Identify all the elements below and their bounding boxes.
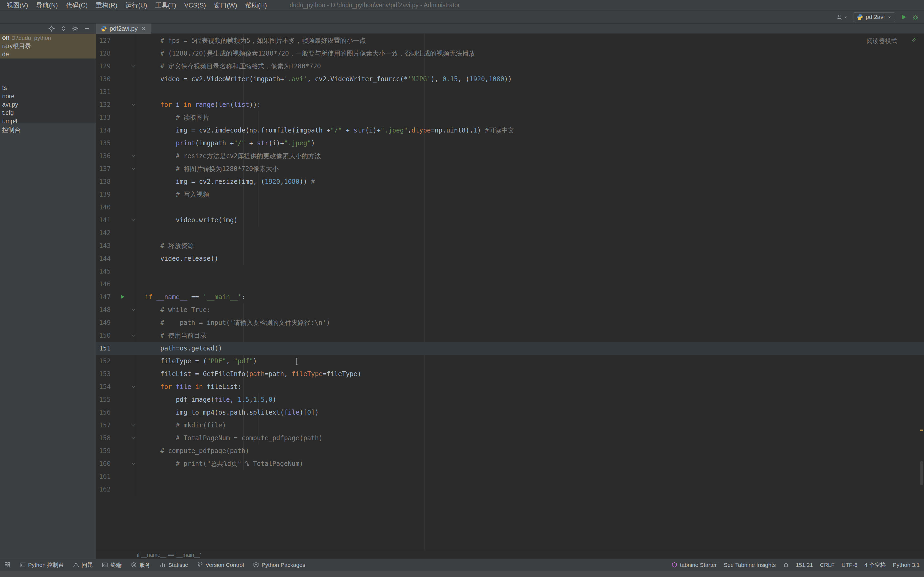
scrollbar-thumb[interactable] xyxy=(920,461,923,485)
menu-item-3[interactable]: 重构(R) xyxy=(92,2,121,9)
status-tabnine[interactable]: tabnine Starter xyxy=(671,562,717,568)
status-services[interactable]: 服务 xyxy=(131,561,150,569)
locate-icon-button[interactable] xyxy=(48,25,55,32)
debug-button[interactable] xyxy=(912,14,919,20)
code-line-131[interactable]: 131 xyxy=(96,85,924,98)
gutter: 153 xyxy=(96,367,135,380)
code-line-148[interactable]: 148 # while True: xyxy=(96,303,924,316)
close-tab-icon[interactable] xyxy=(141,25,147,32)
tree-item[interactable]: rary根目录 xyxy=(0,42,96,50)
code-line-142[interactable]: 142 xyxy=(96,227,924,239)
tree-item[interactable]: 控制台 xyxy=(0,126,96,134)
tree-item[interactable]: t.cfg xyxy=(0,109,96,117)
project-root-item[interactable]: on D:\dudu_python xyxy=(0,34,96,42)
code-line-161[interactable]: 161 xyxy=(96,470,924,483)
code-line-147[interactable]: 147if __name__ == '__main__': xyxy=(96,291,924,303)
code-line-150[interactable]: 150 # 使用当前目录 xyxy=(96,329,924,342)
code-line-130[interactable]: 130 video = cv2.VideoWriter(imgpath+'.av… xyxy=(96,73,924,85)
gutter-mark-icon[interactable] xyxy=(132,218,135,221)
menu-item-0[interactable]: 视图(V) xyxy=(3,2,32,9)
code-line-153[interactable]: 153 fileList = GetFileInfo(path=path, fi… xyxy=(96,367,924,380)
run-line-icon[interactable] xyxy=(120,294,125,300)
code-line-151[interactable]: 151 path=os.getcwd() xyxy=(96,342,924,355)
editor-tab-pdf2avi[interactable]: pdf2avi.py xyxy=(96,24,151,34)
breadcrumb[interactable]: if __name__ == '__main__' xyxy=(96,551,924,559)
scrollbar-warning-mark[interactable] xyxy=(920,430,923,431)
status-terminal[interactable]: 终端 xyxy=(102,561,122,569)
menu-item-4[interactable]: 运行(U) xyxy=(121,2,151,9)
code-line-158[interactable]: 158 # TotalPageNum = compute_pdfpage(pat… xyxy=(96,432,924,445)
gutter-icons xyxy=(111,380,135,393)
status-problems[interactable]: 问题 xyxy=(73,561,93,569)
status-tool-windows[interactable] xyxy=(4,562,10,568)
status-statistic[interactable]: Statistic xyxy=(160,562,188,568)
code-line-136[interactable]: 136 # resize方法是cv2库提供的更改像素大小的方法 xyxy=(96,150,924,163)
code-line-143[interactable]: 143 # 释放资源 xyxy=(96,239,924,252)
code-line-157[interactable]: 157 # mkdir(file) xyxy=(96,419,924,432)
code-line-135[interactable]: 135 print(imgpath +"/" + str(i)+".jpeg") xyxy=(96,137,924,150)
gutter-mark-icon[interactable] xyxy=(132,153,135,157)
status-encoding[interactable]: UTF-8 xyxy=(842,562,858,568)
gutter-mark-icon[interactable] xyxy=(132,333,135,337)
code-line-155[interactable]: 155 pdf_image(file, 1.5,1.5,0) xyxy=(96,393,924,406)
pencil-icon[interactable] xyxy=(911,37,917,43)
code-line-133[interactable]: 133 # 读取图片 xyxy=(96,111,924,124)
tree-item[interactable]: t.mp4 xyxy=(0,117,96,125)
status-caret-position[interactable]: 151:21 xyxy=(796,562,813,568)
run-button[interactable] xyxy=(900,14,907,20)
expand-collapse-icon-button[interactable] xyxy=(60,25,66,32)
gutter-mark-icon[interactable] xyxy=(132,102,135,106)
hide-icon-button[interactable] xyxy=(84,25,90,32)
code-with-me-button[interactable] xyxy=(836,14,848,20)
status-indent[interactable]: 4 个空格 xyxy=(864,561,886,569)
gutter-mark-icon[interactable] xyxy=(132,64,135,67)
code-line-127[interactable]: 127 # fps = 5代表视频的帧频为5，如果图片不多，帧频最好设置的小一点 xyxy=(96,34,924,47)
status-line-separator[interactable]: CRLF xyxy=(820,562,835,568)
gutter-mark-icon[interactable] xyxy=(132,422,135,426)
code-line-128[interactable]: 128 # (1280,720)是生成的视频像素1280*720，一般要与所使用… xyxy=(96,47,924,60)
menu-item-2[interactable]: 代码(C) xyxy=(62,2,91,9)
code-line-132[interactable]: 132 for i in range(len(list)): xyxy=(96,98,924,111)
code-line-149[interactable]: 149 # path = input('请输入要检测的文件夹路径:\n') xyxy=(96,316,924,329)
status-insights-home[interactable] xyxy=(783,562,789,568)
tree-item[interactable]: ts xyxy=(0,84,96,92)
menu-item-8[interactable]: 帮助(H) xyxy=(241,2,271,9)
menu-item-6[interactable]: VCS(S) xyxy=(180,2,210,9)
code-line-145[interactable]: 145 xyxy=(96,265,924,278)
status-interpreter[interactable]: Python 3.1 xyxy=(893,562,920,568)
gutter-mark-icon[interactable] xyxy=(132,384,135,388)
code-line-152[interactable]: 152 fileType = ("PDF", "pdf") xyxy=(96,355,924,367)
code-line-162[interactable]: 162 xyxy=(96,483,924,496)
code-line-156[interactable]: 156 img_to_mp4(os.path.splitext(file)[0]… xyxy=(96,406,924,419)
menu-item-1[interactable]: 导航(N) xyxy=(32,2,62,9)
editor-scrollbar[interactable] xyxy=(919,34,924,551)
tree-item[interactable]: de xyxy=(0,50,96,58)
code-line-140[interactable]: 140 xyxy=(96,201,924,214)
tree-item[interactable]: avi.py xyxy=(0,100,96,109)
menu-item-5[interactable]: 工具(T) xyxy=(151,2,180,9)
gutter-mark-icon[interactable] xyxy=(132,307,135,311)
status-tabnine-insights[interactable]: See Tabnine Insights xyxy=(724,562,776,568)
code-line-137[interactable]: 137 # 将图片转换为1280*720像素大小 xyxy=(96,163,924,175)
status-python-packages[interactable]: Python Packages xyxy=(253,562,305,568)
tree-item[interactable]: nore xyxy=(0,92,96,100)
gutter-mark-icon[interactable] xyxy=(132,461,135,465)
code-line-138[interactable]: 138 img = cv2.resize(img, (1920,1080)) # xyxy=(96,175,924,188)
code-line-146[interactable]: 146 xyxy=(96,278,924,291)
code-line-139[interactable]: 139 # 写入视频 xyxy=(96,188,924,201)
code-line-134[interactable]: 134 img = cv2.imdecode(np.fromfile(imgpa… xyxy=(96,124,924,137)
settings-icon-button[interactable] xyxy=(72,25,78,32)
run-config-combo[interactable]: pdf2avi xyxy=(853,12,895,22)
menu-item-7[interactable]: 窗口(W) xyxy=(210,2,241,9)
code-line-129[interactable]: 129 # 定义保存视频目录名称和压缩格式，像素为1280*720 xyxy=(96,60,924,73)
code-line-160[interactable]: 160 # print("总共%d页" % TotalPageNum) xyxy=(96,457,924,470)
status-python-console[interactable]: Python 控制台 xyxy=(19,561,64,569)
gutter-mark-icon[interactable] xyxy=(132,435,135,439)
code-line-141[interactable]: 141 video.write(img) xyxy=(96,214,924,227)
gutter-mark-icon[interactable] xyxy=(132,166,135,170)
code-line-144[interactable]: 144 video.release() xyxy=(96,252,924,265)
code-editor[interactable]: 127 # fps = 5代表视频的帧频为5，如果图片不多，帧频最好设置的小一点… xyxy=(96,34,924,551)
status-version-control[interactable]: Version Control xyxy=(197,562,244,568)
code-line-154[interactable]: 154 for file in fileList: xyxy=(96,380,924,393)
code-line-159[interactable]: 159 # compute_pdfpage(path) xyxy=(96,445,924,457)
